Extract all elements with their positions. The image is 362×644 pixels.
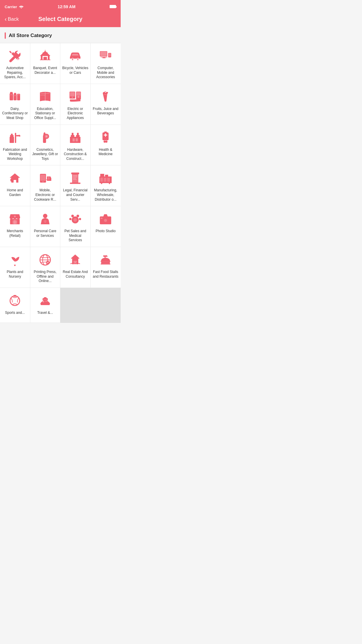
- category-item-dairy[interactable]: Dairy, Confectionary or Meat Shop: [0, 84, 30, 125]
- category-item-legal[interactable]: Legal, Financial and Courier Serv...: [60, 165, 91, 206]
- svg-rect-3: [43, 57, 47, 60]
- svg-point-48: [106, 140, 108, 143]
- category-label-electric: Electric or Electronic Appliances: [62, 107, 89, 120]
- category-item-bicycle[interactable]: Bicycle, Vehicles or Cars: [60, 43, 91, 84]
- carrier-label: Carrier: [5, 5, 17, 9]
- home-icon: [7, 171, 22, 186]
- svg-point-69: [43, 214, 47, 218]
- category-label-cosmetics: Cosmetics, Jewellery, Gift or Toys: [32, 148, 59, 161]
- svg-rect-96: [44, 297, 46, 299]
- category-item-electric[interactable]: Electric or Electronic Appliances: [60, 84, 91, 125]
- category-label-merchants: Merchants (Retail): [2, 229, 28, 238]
- category-item-computer[interactable]: Computer, Mobile and Accessories: [91, 43, 121, 84]
- svg-rect-2: [48, 56, 50, 60]
- category-item-health[interactable]: Health & Medicine: [91, 125, 121, 166]
- realestate-icon: [68, 252, 83, 267]
- category-label-travel: Travel &...: [37, 311, 53, 315]
- category-item-personalcare[interactable]: Personal Care or Services: [30, 206, 61, 247]
- svg-rect-15: [10, 93, 13, 100]
- wrench-icon: [7, 48, 22, 64]
- back-chevron-icon: ‹: [5, 16, 7, 22]
- category-label-health: Health & Medicine: [92, 148, 119, 157]
- svg-rect-44: [76, 138, 78, 141]
- appliances-icon: [68, 89, 83, 104]
- svg-rect-92: [14, 295, 16, 297]
- svg-rect-18: [14, 93, 16, 94]
- svg-rect-9: [100, 52, 107, 56]
- category-label-plants: Plants and Nursery: [2, 270, 28, 279]
- category-item-petsales[interactable]: Pet Sales and Medical Services: [60, 206, 91, 247]
- tent-icon: [38, 48, 53, 64]
- fabrication-icon: [7, 130, 22, 145]
- svg-rect-28: [10, 137, 14, 143]
- category-item-merchants[interactable]: Merchants (Retail): [0, 206, 30, 247]
- back-label: Back: [8, 16, 19, 22]
- category-label-bicycle: Bicycle, Vehicles or Cars: [62, 66, 89, 75]
- svg-rect-41: [77, 133, 79, 135]
- category-item-manufacturing[interactable]: Manufacturing, Wholesale, Distributor o.…: [91, 165, 121, 206]
- svg-rect-50: [40, 175, 45, 181]
- category-item-cosmetics[interactable]: Cosmetics, Jewellery, Gift or Toys: [30, 125, 61, 166]
- svg-point-86: [75, 262, 76, 263]
- hardware-icon: [68, 130, 83, 145]
- svg-point-64: [101, 183, 103, 184]
- svg-rect-46: [104, 132, 107, 133]
- svg-point-68: [14, 216, 16, 217]
- category-item-sports[interactable]: Sports and...: [0, 288, 30, 323]
- svg-point-25: [78, 96, 80, 98]
- category-item-printing[interactable]: Printing Press, Offline and Online...: [30, 247, 61, 288]
- legal-icon: [68, 171, 83, 186]
- category-label-mobile: Mobile, Electronic or Cookware R...: [32, 188, 59, 202]
- retail-icon: [7, 211, 22, 227]
- svg-point-74: [79, 218, 81, 220]
- category-item-automotive[interactable]: Automotive Repairing, Spares, Acc...: [0, 43, 30, 84]
- category-item-realestate[interactable]: Real Estate And Consultancy: [60, 247, 91, 288]
- svg-rect-87: [101, 261, 110, 262]
- back-button[interactable]: ‹ Back: [5, 16, 19, 22]
- svg-rect-60: [104, 178, 106, 182]
- sports-icon: [7, 293, 22, 308]
- svg-rect-40: [72, 133, 73, 135]
- category-item-plants[interactable]: Plants and Nursery: [0, 247, 30, 288]
- camera-icon: [98, 211, 113, 227]
- category-item-mobile[interactable]: Mobile, Electronic or Cookware R...: [30, 165, 61, 206]
- category-label-sports: Sports and...: [5, 311, 25, 315]
- status-time: 12:59 AM: [58, 4, 75, 9]
- svg-rect-21: [70, 92, 75, 96]
- svg-rect-43: [73, 138, 75, 141]
- svg-rect-88: [101, 262, 110, 264]
- book-icon: [38, 89, 53, 104]
- category-label-realestate: Real Estate And Consultancy: [62, 270, 89, 279]
- category-item-fabrication[interactable]: Fabrication and Welding Workshop: [0, 125, 30, 166]
- category-label-computer: Computer, Mobile and Accessories: [92, 66, 119, 80]
- category-label-home: Home and Garden: [2, 188, 28, 197]
- carrier-wifi: Carrier: [5, 5, 24, 9]
- battery-icon: [110, 5, 116, 8]
- category-item-home[interactable]: Home and Garden: [0, 165, 30, 206]
- category-item-fastfood[interactable]: Fast Food Stalls and Restaurants: [91, 247, 121, 288]
- category-item-education[interactable]: Education, Stationary or Office Suppl...: [30, 84, 61, 125]
- category-item-banquet[interactable]: Banquet, Event Decorator a...: [30, 43, 61, 84]
- category-label-fruits: Fruits, Juice and Beverages: [92, 107, 119, 116]
- cosmetics-icon: [38, 130, 53, 145]
- category-item-fruits[interactable]: Fruits, Juice and Beverages: [91, 84, 121, 125]
- category-label-fabrication: Fabrication and Welding Workshop: [2, 148, 28, 161]
- computer-icon: [98, 48, 113, 64]
- category-label-hardware: Hardware, Construction & Construct...: [62, 148, 89, 161]
- category-item-photostudio[interactable]: Photo Studio: [91, 206, 121, 247]
- svg-point-6: [72, 58, 73, 60]
- fastfood-icon: [98, 252, 113, 267]
- svg-rect-58: [105, 175, 108, 177]
- svg-rect-16: [10, 92, 13, 94]
- svg-rect-29: [10, 135, 14, 137]
- svg-rect-17: [14, 94, 17, 100]
- svg-rect-59: [100, 178, 103, 182]
- category-item-travel[interactable]: Travel &...: [30, 288, 61, 323]
- dairy-icon: [7, 89, 22, 104]
- mobile-icon: [38, 171, 53, 186]
- svg-rect-57: [100, 174, 104, 177]
- svg-point-7: [77, 58, 79, 60]
- section-header: All Store Category: [0, 27, 121, 43]
- svg-point-93: [43, 301, 44, 302]
- category-item-hardware[interactable]: Hardware, Construction & Construct...: [60, 125, 91, 166]
